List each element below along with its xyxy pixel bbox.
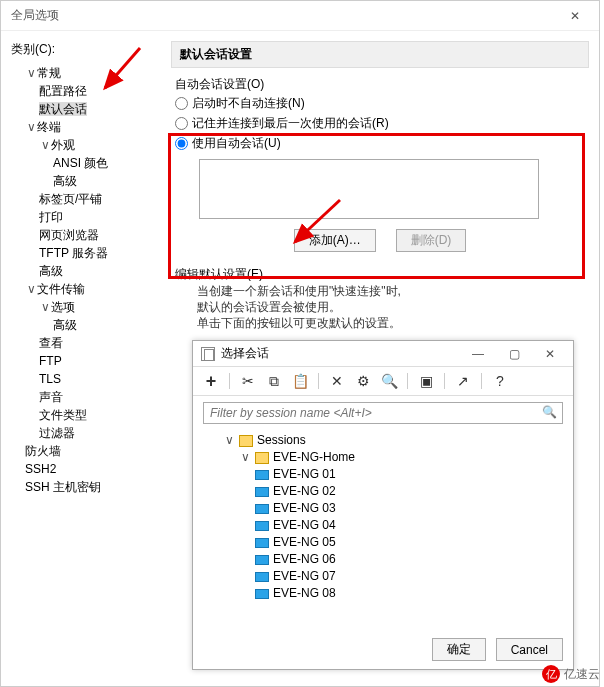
- terminal-icon: [255, 521, 269, 531]
- chevron-down-icon[interactable]: ∨: [39, 298, 51, 316]
- titlebar: 全局选项 ✕: [1, 1, 599, 31]
- session-item[interactable]: EVE-NG 05: [255, 534, 559, 551]
- terminal-icon: [255, 470, 269, 480]
- session-filter-input[interactable]: [203, 402, 563, 424]
- watermark: 亿 亿速云: [542, 665, 600, 683]
- tree-item-ssh2[interactable]: SSH2: [25, 462, 56, 476]
- gear-icon[interactable]: ⚙: [355, 373, 371, 389]
- session-toolbar: + ✂ ⧉ 📋 ✕ ⚙ 🔍 ▣ ↗ ?: [193, 367, 573, 396]
- plus-icon[interactable]: +: [203, 373, 219, 389]
- watermark-text: 亿速云: [564, 666, 600, 683]
- delete-icon[interactable]: ✕: [329, 373, 345, 389]
- tree-item-filetype[interactable]: 文件类型: [39, 408, 87, 422]
- tree-item-terminal[interactable]: 终端: [37, 120, 61, 134]
- hint-text: 当创建一个新会话和使用"快速连接"时,: [175, 283, 585, 299]
- terminal-icon: [255, 504, 269, 514]
- tree-item-print[interactable]: 打印: [39, 210, 63, 224]
- tree-item-sshkeys[interactable]: SSH 主机密钥: [25, 480, 101, 494]
- terminal-icon: [255, 589, 269, 599]
- tree-item-advanced2[interactable]: 高级: [39, 264, 63, 278]
- tree-item-view[interactable]: 查看: [39, 336, 63, 350]
- minimize-icon[interactable]: —: [463, 347, 493, 361]
- chevron-down-icon[interactable]: ∨: [25, 280, 37, 298]
- edit-defaults-label: 编辑默认设置(E): [175, 266, 585, 283]
- tree-item-sound[interactable]: 声音: [39, 390, 63, 404]
- tree-item-appearance[interactable]: 外观: [51, 138, 75, 152]
- help-icon[interactable]: ?: [492, 373, 508, 389]
- search-icon[interactable]: 🔍: [542, 405, 557, 419]
- session-item[interactable]: EVE-NG 04: [255, 517, 559, 534]
- delete-button: 删除(D): [396, 229, 467, 252]
- cut-icon[interactable]: ✂: [240, 373, 256, 389]
- tree-item-firewall[interactable]: 防火墙: [25, 444, 61, 458]
- tree-item-config-path[interactable]: 配置路径: [39, 84, 87, 98]
- session-item[interactable]: EVE-NG 06: [255, 551, 559, 568]
- terminal-icon: [255, 487, 269, 497]
- tree-item-opt-adv[interactable]: 高级: [53, 318, 77, 332]
- maximize-icon[interactable]: ▢: [499, 347, 529, 361]
- session-item[interactable]: EVE-NG 08: [255, 585, 559, 600]
- session-titlebar: 选择会话 — ▢ ✕: [193, 341, 573, 367]
- tree-item-options[interactable]: 选项: [51, 300, 75, 314]
- session-item-label: EVE-NG 08: [273, 585, 336, 600]
- auto-session-listbox[interactable]: [199, 159, 539, 219]
- folder-icon: [255, 452, 269, 464]
- chevron-down-icon[interactable]: ∨: [25, 64, 37, 82]
- tree-item-tls[interactable]: TLS: [39, 372, 61, 386]
- session-item[interactable]: EVE-NG 03: [255, 500, 559, 517]
- session-item[interactable]: EVE-NG 02: [255, 483, 559, 500]
- category-tree[interactable]: ∨常规 配置路径 默认会话 ∨终端 ∨外观 ANSI 颜色 高级: [11, 64, 161, 496]
- tree-folder[interactable]: EVE-NG-Home: [273, 449, 355, 466]
- tree-item-tabs[interactable]: 标签页/平铺: [39, 192, 102, 206]
- radio-use-auto-session[interactable]: 使用自动会话(U): [175, 133, 585, 153]
- chevron-down-icon[interactable]: ∨: [239, 449, 251, 466]
- select-session-dialog: 选择会话 — ▢ ✕ + ✂ ⧉ 📋 ✕ ⚙ 🔍 ▣ ↗ ? 🔍 ∨Sessio…: [192, 340, 574, 670]
- close-icon[interactable]: ✕: [535, 347, 565, 361]
- sessions-icon: [201, 347, 215, 361]
- session-item[interactable]: EVE-NG 01: [255, 466, 559, 483]
- chevron-down-icon[interactable]: ∨: [223, 432, 235, 449]
- group-title: 默认会话设置: [171, 41, 589, 68]
- session-tree[interactable]: ∨Sessions ∨EVE-NG-Home EVE-NG 01EVE-NG 0…: [193, 430, 573, 600]
- tree-item-tftp[interactable]: TFTP 服务器: [39, 246, 108, 260]
- session-item-label: EVE-NG 06: [273, 551, 336, 568]
- tree-item-ftp[interactable]: FTP: [39, 354, 62, 368]
- tree-item-general[interactable]: 常规: [37, 66, 61, 80]
- share-icon[interactable]: ↗: [455, 373, 471, 389]
- session-item[interactable]: EVE-NG 07: [255, 568, 559, 585]
- terminal-icon: [255, 555, 269, 565]
- terminal-icon: [255, 538, 269, 548]
- chevron-down-icon[interactable]: ∨: [25, 118, 37, 136]
- tree-item-advanced[interactable]: 高级: [53, 174, 77, 188]
- tree-item-filetransfer[interactable]: 文件传输: [37, 282, 85, 296]
- radio-remember-last[interactable]: 记住并连接到最后一次使用的会话(R): [175, 113, 585, 133]
- tree-item-browser[interactable]: 网页浏览器: [39, 228, 99, 242]
- category-label: 类别(C):: [11, 41, 161, 58]
- cancel-button[interactable]: Cancel: [496, 638, 563, 661]
- terminal-icon: [255, 572, 269, 582]
- dialog-title: 全局选项: [11, 7, 59, 24]
- tree-root[interactable]: Sessions: [257, 432, 306, 449]
- session-item-label: EVE-NG 01: [273, 466, 336, 483]
- paste-icon[interactable]: 📋: [292, 373, 308, 389]
- copy-icon[interactable]: ⧉: [266, 373, 282, 389]
- find-icon[interactable]: 🔍: [381, 373, 397, 389]
- hint-text: 单击下面的按钮以可更改默认的设置。: [175, 315, 585, 331]
- session-item-label: EVE-NG 04: [273, 517, 336, 534]
- radio-no-autoconnect[interactable]: 启动时不自动连接(N): [175, 93, 585, 113]
- new-folder-icon[interactable]: ▣: [418, 373, 434, 389]
- session-item-label: EVE-NG 02: [273, 483, 336, 500]
- chevron-down-icon[interactable]: ∨: [39, 136, 51, 154]
- tree-item-default-session[interactable]: 默认会话: [39, 102, 87, 116]
- session-item-label: EVE-NG 03: [273, 500, 336, 517]
- session-dialog-title: 选择会话: [221, 345, 269, 362]
- watermark-logo-icon: 亿: [542, 665, 560, 683]
- hint-text: 默认的会话设置会被使用。: [175, 299, 585, 315]
- tree-item-filter[interactable]: 过滤器: [39, 426, 75, 440]
- add-button[interactable]: 添加(A)…: [294, 229, 376, 252]
- folder-icon: [239, 435, 253, 447]
- close-icon[interactable]: ✕: [561, 9, 589, 23]
- ok-button[interactable]: 确定: [432, 638, 486, 661]
- tree-item-ansi[interactable]: ANSI 颜色: [53, 156, 108, 170]
- session-item-label: EVE-NG 05: [273, 534, 336, 551]
